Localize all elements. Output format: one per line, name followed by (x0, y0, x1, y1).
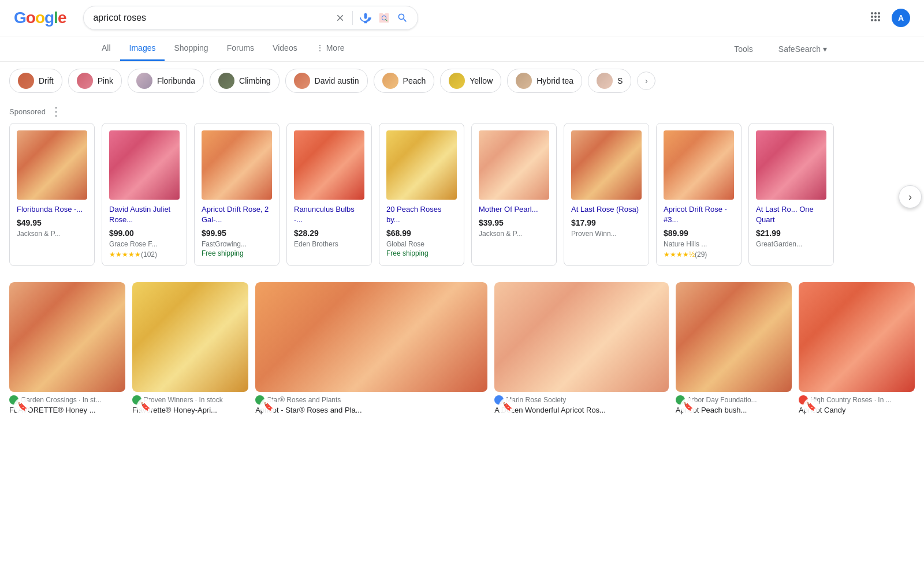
filter-chip-david-austin[interactable]: David austin (285, 69, 368, 93)
image-title-3: A Dozen Wonderful Apricot Ros... (494, 406, 669, 415)
filter-chip-yellow[interactable]: Yellow (440, 69, 501, 93)
products-row: Floribunda Rose -... $49.95 Jackson & P.… (9, 123, 915, 266)
chip-label-pink: Pink (98, 76, 113, 85)
logo-g2: g (44, 9, 54, 27)
safesearch[interactable]: SafeSearch ▾ (774, 38, 832, 61)
product-card-6[interactable]: At Last Rose (Rosa) $17.99 Proven Winn..… (564, 123, 649, 266)
product-img-7 (664, 130, 734, 200)
product-shipping-4: Free shipping (386, 249, 457, 257)
image-placeholder-2 (255, 282, 487, 392)
image-caption-2: Star® Roses and Plants Apricot - Star® R… (255, 392, 487, 419)
product-card-8[interactable]: At Last Ro... One Quart $21.99 GreatGard… (748, 123, 834, 266)
product-price-5: $39.95 (479, 218, 549, 227)
lens-button[interactable] (378, 12, 390, 24)
save-button-4[interactable]: 🔖 (680, 398, 696, 414)
filter-chip-drift[interactable]: Drift (9, 69, 62, 93)
product-price-7: $89.99 (664, 229, 734, 238)
safesearch-label: SafeSearch (778, 44, 821, 54)
apps-icon[interactable] (869, 10, 882, 27)
image-card-0[interactable]: 🔖 Garden Crossings · In st... FLAVORETTE… (9, 282, 125, 419)
tab-all[interactable]: All (92, 36, 120, 61)
image-placeholder-0 (9, 282, 125, 392)
header-right: A (869, 9, 910, 27)
filter-chip-floribunda[interactable]: Floribunda (128, 69, 204, 93)
filter-chip-hybrid-tea[interactable]: Hybrid tea (507, 69, 582, 93)
chip-img-yellow (449, 73, 465, 89)
filter-row: Drift Pink Floribunda Climbing David aus… (0, 62, 924, 100)
product-img-3 (294, 130, 364, 200)
chip-label-s: S (617, 76, 623, 85)
chip-img-climbing (218, 73, 234, 89)
more-dots-icon: ⋮ (316, 43, 324, 53)
voice-search-button[interactable] (360, 12, 371, 24)
chip-img-pink (77, 73, 93, 89)
search-divider (352, 11, 353, 25)
safesearch-arrow-icon: ▾ (823, 44, 827, 54)
filter-chip-s[interactable]: S (588, 69, 631, 93)
filter-next-arrow[interactable]: › (637, 72, 655, 90)
search-input[interactable] (93, 13, 329, 23)
user-avatar[interactable]: A (892, 9, 910, 27)
chip-img-s (597, 73, 613, 89)
product-img-8 (756, 130, 826, 200)
image-placeholder-1 (132, 282, 248, 392)
carousel-next-arrow[interactable]: › (899, 185, 922, 208)
tab-shopping[interactable]: Shopping (165, 36, 217, 61)
filter-chip-peach[interactable]: Peach (374, 69, 435, 93)
chip-label-floribunda: Floribunda (157, 76, 195, 85)
products-container: Floribunda Rose -... $49.95 Jackson & P.… (0, 123, 924, 275)
logo-l: l (54, 9, 58, 27)
product-stars-1: ★★★★★(102) (109, 249, 180, 259)
product-card-1[interactable]: David Austin Juliet Rose... $99.00 Grace… (102, 123, 187, 266)
logo-e: e (58, 9, 66, 27)
product-card-2[interactable]: Apricot Drift Rose, 2 Gal-... $99.95 Fas… (194, 123, 280, 266)
product-title-8: At Last Ro... One Quart (756, 204, 826, 225)
product-price-8: $21.99 (756, 229, 826, 238)
tab-videos[interactable]: Videos (263, 36, 307, 61)
source-text-2: Star® Roses and Plants (267, 396, 341, 404)
product-seller-1: Grace Rose F... (109, 240, 180, 248)
product-card-7[interactable]: Apricot Drift Rose - #3... $89.99 Nature… (656, 123, 742, 266)
source-text-5: High Country Roses · In ... (810, 396, 892, 404)
product-card-3[interactable]: Ranunculus Bulbs -... $28.29 Eden Brothe… (286, 123, 372, 266)
google-logo[interactable]: Google (14, 9, 66, 27)
product-img-5 (479, 130, 549, 200)
sponsored-options-icon[interactable]: ⋮ (50, 104, 62, 118)
product-card-5[interactable]: Mother Of Pearl... $39.95 Jackson & P... (471, 123, 557, 266)
product-card-0[interactable]: Floribunda Rose -... $49.95 Jackson & P.… (9, 123, 95, 266)
source-text-4: Arbor Day Foundatio... (687, 396, 757, 404)
tab-forums[interactable]: Forums (218, 36, 263, 61)
image-title-2: Apricot - Star® Roses and Pla... (255, 406, 487, 415)
search-button[interactable] (397, 12, 408, 24)
product-seller-5: Jackson & P... (479, 230, 549, 238)
source-text-1: Proven Winners · In stock (144, 396, 223, 404)
image-card-4[interactable]: 🔖 Arbor Day Foundatio... Apricot Peach b… (676, 282, 792, 419)
chip-label-drift: Drift (39, 76, 54, 85)
image-card-3[interactable]: 🔖 Marin Rose Society A Dozen Wonderful A… (494, 282, 669, 419)
product-card-4[interactable]: 20 Peach Roses by... $68.99 Global Rose … (379, 123, 464, 266)
chip-img-drift (18, 73, 34, 89)
product-img-2 (202, 130, 272, 200)
sponsored-section: Sponsored ⋮ (0, 100, 924, 123)
product-title-3: Ranunculus Bulbs -... (294, 204, 364, 225)
tab-tools[interactable]: Tools (725, 38, 762, 61)
save-button-5[interactable]: 🔖 (803, 398, 819, 414)
logo-o1: o (26, 9, 35, 27)
logo-o2: o (35, 9, 44, 27)
product-img-0 (17, 130, 87, 200)
product-title-4: 20 Peach Roses by... (386, 204, 457, 225)
image-card-1[interactable]: 🔖 Proven Winners · In stock Flavorette® … (132, 282, 248, 419)
chip-label-climbing: Climbing (239, 76, 270, 85)
product-stars-7: ★★★★½(29) (664, 249, 734, 259)
chip-label-yellow: Yellow (470, 76, 493, 85)
tab-images[interactable]: Images (120, 36, 165, 61)
filter-chip-climbing[interactable]: Climbing (210, 69, 279, 93)
product-title-5: Mother Of Pearl... (479, 204, 549, 215)
tab-more[interactable]: ⋮ More (307, 36, 354, 61)
clear-button[interactable] (335, 13, 345, 23)
source-text-3: Marin Rose Society (506, 396, 566, 404)
image-card-2[interactable]: 🔖 Star® Roses and Plants Apricot - Star®… (255, 282, 487, 419)
filter-chip-pink[interactable]: Pink (68, 69, 122, 93)
product-seller-4: Global Rose (386, 240, 457, 248)
image-card-5[interactable]: 🔖 High Country Roses · In ... Apricot Ca… (799, 282, 915, 419)
